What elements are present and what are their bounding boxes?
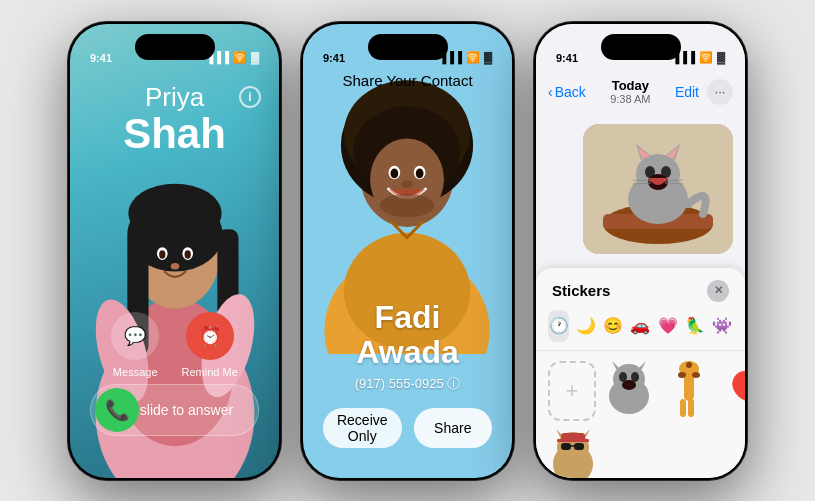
sticker-cat[interactable]	[604, 361, 654, 421]
tab-emoji[interactable]: 😊	[603, 310, 624, 342]
contact-last: Awada	[356, 334, 459, 370]
svg-point-52	[622, 380, 636, 390]
contact-info: Fadi Awada (917) 555-0925 ⓘ	[303, 300, 512, 392]
tab-bird[interactable]: 🦜	[684, 310, 705, 342]
phone-2: 9:41 ▐▐▐ 🛜 ▓ Share Your Contact Fadi Awa…	[300, 21, 515, 481]
message-action[interactable]: 💬 Message	[111, 312, 159, 378]
svg-point-57	[692, 372, 700, 378]
svg-point-25	[390, 168, 398, 178]
caller-last-name: Shah	[70, 113, 279, 155]
svg-point-55	[686, 362, 692, 368]
status-icons: ▐▐▐ 🛜 ▓	[206, 51, 259, 64]
svg-rect-68	[557, 439, 589, 442]
nav-date: Today	[610, 78, 650, 93]
wifi-icon: 🛜	[233, 51, 247, 64]
phone-3: 9:41 ▐▐▐ 🛜 ▓ ‹ Back Today 9:38 AM Edit ·…	[533, 21, 748, 481]
share-contact-header: Share Your Contact	[303, 72, 512, 89]
back-label: Back	[555, 84, 586, 100]
svg-rect-64	[561, 443, 571, 450]
receive-only-button[interactable]: Receive Only	[323, 408, 402, 448]
svg-rect-59	[688, 399, 694, 417]
sticker-giraffe[interactable]	[662, 361, 712, 421]
back-button[interactable]: ‹ Back	[548, 84, 586, 100]
message-icon: 💬	[111, 312, 159, 360]
svg-point-56	[678, 372, 686, 378]
nav-actions: Edit ···	[675, 79, 733, 105]
status-time: 9:41	[90, 52, 112, 64]
svg-point-28	[401, 180, 413, 188]
share-button[interactable]: Share	[414, 408, 493, 448]
messages-nav: ‹ Back Today 9:38 AM Edit ···	[536, 70, 745, 114]
stickers-panel: Stickers ✕ 🕐 🌙 😊 🚗 💗 🦜 👾 +	[536, 268, 745, 478]
slide-to-answer[interactable]: 📞 slide to answer	[90, 384, 259, 436]
svg-point-11	[184, 250, 190, 258]
sticker-balloon[interactable]: 🎈	[720, 361, 745, 421]
battery-icon-2: ▓	[484, 51, 492, 63]
svg-point-51	[631, 372, 639, 382]
status-time-2: 9:41	[323, 52, 345, 64]
stickers-grid: +	[536, 351, 745, 478]
nav-time: 9:38 AM	[610, 93, 650, 105]
remind-icon: ⏰	[186, 312, 234, 360]
svg-point-12	[170, 263, 178, 269]
contact-phone: (917) 555-0925 ⓘ	[303, 375, 512, 393]
battery-icon: ▓	[251, 51, 259, 63]
dynamic-island-2	[368, 34, 448, 60]
dynamic-island-3	[601, 34, 681, 60]
contact-first: Fadi	[375, 299, 441, 335]
cat-photo-bubble	[583, 124, 733, 254]
svg-rect-65	[574, 443, 584, 450]
slide-label: slide to answer	[139, 402, 234, 418]
wifi-icon-3: 🛜	[699, 51, 713, 64]
svg-point-29	[380, 193, 434, 216]
tab-alien[interactable]: 👾	[712, 310, 733, 342]
phone-1: 9:41 ▐▐▐ 🛜 ▓ Priya Shah i 💬 Message ⏰ Re…	[67, 21, 282, 481]
tab-recent[interactable]: 🕐	[548, 310, 569, 342]
tab-dark[interactable]: 🌙	[575, 310, 596, 342]
svg-point-50	[619, 372, 627, 382]
message-label: Message	[113, 366, 158, 378]
call-actions: 💬 Message ⏰ Remind Me	[70, 312, 279, 378]
messages-area	[536, 114, 745, 278]
dynamic-island-1	[135, 34, 215, 60]
answer-circle: 📞	[95, 388, 139, 432]
tab-car[interactable]: 🚗	[630, 310, 651, 342]
remind-action[interactable]: ⏰ Remind Me	[182, 312, 238, 378]
svg-point-27	[416, 168, 424, 178]
stickers-header: Stickers ✕	[536, 268, 745, 310]
tab-heart[interactable]: 💗	[657, 310, 678, 342]
nav-center: Today 9:38 AM	[610, 78, 650, 105]
chevron-left-icon: ‹	[548, 84, 553, 100]
sticker-cool-cat[interactable]	[548, 429, 598, 478]
svg-point-9	[159, 250, 165, 258]
contact-name: Fadi Awada	[303, 300, 512, 370]
edit-button[interactable]: Edit	[675, 84, 699, 100]
svg-point-7	[128, 183, 221, 242]
status-time-3: 9:41	[556, 52, 578, 64]
stickers-close-button[interactable]: ✕	[707, 280, 729, 302]
battery-icon-3: ▓	[717, 51, 725, 63]
info-icon[interactable]: i	[239, 86, 261, 108]
status-icons-3: ▐▐▐ 🛜 ▓	[672, 51, 725, 64]
remind-label: Remind Me	[182, 366, 238, 378]
stickers-tabs: 🕐 🌙 😊 🚗 💗 🦜 👾	[536, 310, 745, 351]
add-sticker-button[interactable]: +	[548, 361, 596, 421]
svg-rect-58	[680, 399, 686, 417]
stickers-title: Stickers	[552, 282, 610, 299]
share-buttons: Receive Only Share	[323, 408, 492, 448]
wifi-icon-2: 🛜	[466, 51, 480, 64]
status-icons-2: ▐▐▐ 🛜 ▓	[439, 51, 492, 64]
more-button[interactable]: ···	[707, 79, 733, 105]
